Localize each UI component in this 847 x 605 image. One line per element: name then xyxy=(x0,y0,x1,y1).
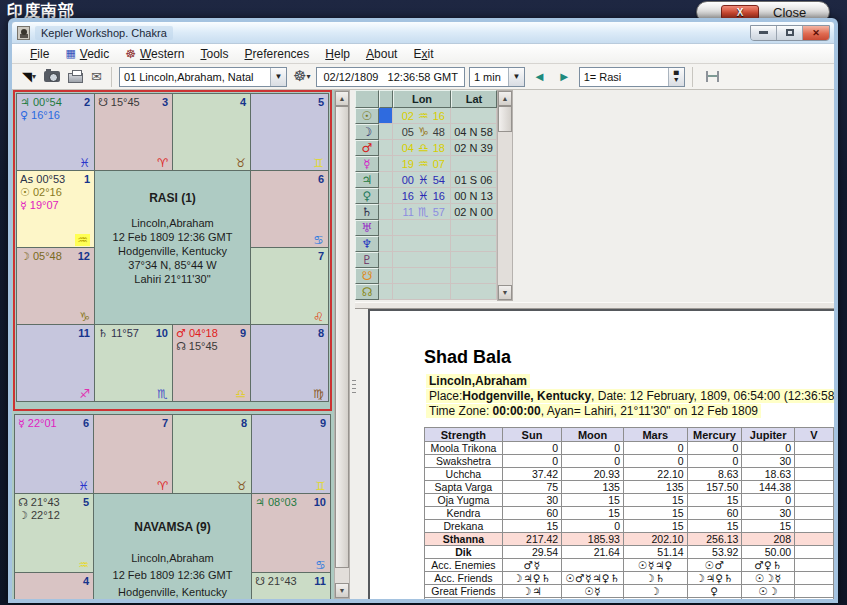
minimize-button[interactable] xyxy=(751,26,777,40)
print-button[interactable] xyxy=(66,67,85,87)
planet-row-pluto: ♇ xyxy=(355,252,497,268)
planet-row-rahu: ☊ xyxy=(355,284,497,300)
value-cell: 20.93 xyxy=(562,468,624,481)
menu-exit[interactable]: Exit xyxy=(405,45,441,63)
menu-tools[interactable]: Tools xyxy=(192,45,236,63)
planet-row-venus: ♀16♓1600 N 13 xyxy=(355,188,497,204)
jupiter-icon[interactable]: ♃ xyxy=(355,172,379,188)
value-cell: 60 xyxy=(502,507,561,520)
chart-info-line: 37°34 N, 85°44 W xyxy=(95,258,250,272)
vertical-splitter[interactable] xyxy=(350,90,355,599)
selection-cursor[interactable] xyxy=(379,108,393,124)
chart-info-line: Hodgenville, Kentucky xyxy=(95,244,250,258)
selection-cell[interactable] xyxy=(379,124,393,140)
pluto-icon[interactable]: ♇ xyxy=(355,252,379,268)
selection-cell[interactable] xyxy=(379,172,393,188)
scroll-down-icon[interactable]: ▼ xyxy=(335,583,349,598)
selection-cell[interactable] xyxy=(379,188,393,204)
scroll-up-icon[interactable]: ▲ xyxy=(335,91,349,106)
selection-cell[interactable] xyxy=(379,268,393,284)
rasi-chart[interactable]: ♃ 00°54♀ 16°162♓☋ 15°453♈4♉5♊As 00°53☉ 0… xyxy=(13,90,332,411)
snapshot-button[interactable] xyxy=(42,67,62,87)
menu-label: About xyxy=(366,47,397,61)
planet-glyph: ♂ xyxy=(176,327,186,340)
lat-value xyxy=(451,108,497,124)
varga-view-select[interactable]: 1= Rasi ▀▼ xyxy=(579,67,685,87)
selection-cell[interactable] xyxy=(379,140,393,156)
navamsa-chart[interactable]: ☿ 22°016♓7♈8♉9♊☊ 21°43☽ 22°125♒♃ 08°0310… xyxy=(13,413,332,599)
lon-value: 05♑48 xyxy=(393,124,451,140)
menu-help[interactable]: Help xyxy=(317,45,358,63)
column-header: Moon xyxy=(562,428,624,442)
rahu-icon[interactable]: ☊ xyxy=(355,284,379,300)
scrollbar-thumb[interactable] xyxy=(498,106,512,132)
value-cell: 30 xyxy=(742,507,795,520)
planet-list: ♂ 04°18☊ 15°45 xyxy=(176,327,218,353)
chart-select[interactable]: 01 Lincoln,Abraham, Natal ▼ xyxy=(119,67,287,87)
selection-cell[interactable] xyxy=(379,204,393,220)
ketu-icon[interactable]: ☋ xyxy=(355,268,379,284)
planet-glyph-cell xyxy=(795,585,834,598)
chevron-down-icon[interactable]: ▼ xyxy=(508,68,524,86)
uranus-icon[interactable]: ♅ xyxy=(355,220,379,236)
house-cell-11: ☋ 21°4311 xyxy=(252,573,330,600)
menu-about[interactable]: About xyxy=(358,45,405,63)
datetime-display[interactable]: 02/12/1809 12:36:58 GMT xyxy=(316,67,465,87)
value-cell xyxy=(795,455,834,468)
draw-tool-button[interactable]: ◥▾ xyxy=(20,67,38,87)
wheel-view-button[interactable]: ☸▾ xyxy=(291,67,312,87)
neptune-icon[interactable]: ♆ xyxy=(355,236,379,252)
step-forward-button[interactable]: ► xyxy=(554,67,575,87)
lat-column-header: Lat xyxy=(451,90,497,108)
scroll-up-icon[interactable]: ▲ xyxy=(498,91,512,106)
selection-cell[interactable] xyxy=(379,252,393,268)
title-bar[interactable]: Kepler Workshop. Chakra ✕ xyxy=(12,22,834,44)
mars-icon[interactable]: ♂ xyxy=(355,140,379,156)
step-back-button[interactable]: ◄ xyxy=(529,67,550,87)
value-cell: 37.42 xyxy=(502,468,561,481)
planet-position: ♀ 16°16 xyxy=(20,109,62,122)
value-cell: 50.00 xyxy=(742,546,795,559)
time-step-select[interactable]: 1 min ▼ xyxy=(469,67,525,87)
selection-cell[interactable] xyxy=(379,236,393,252)
spin-dropdown-icon[interactable]: ▀▼ xyxy=(668,68,684,86)
menu-western[interactable]: ☸Western xyxy=(117,45,192,63)
selection-cell[interactable] xyxy=(379,220,393,236)
planet-list: ♃ 00°54♀ 16°16 xyxy=(20,96,62,122)
house-cell-9: 9♊ xyxy=(252,415,330,493)
scroll-down-icon[interactable]: ▼ xyxy=(498,285,512,300)
table-row: Kendra6015156030 xyxy=(425,507,834,520)
lat-value: 00 N 13 xyxy=(451,188,497,204)
menu-preferences[interactable]: Preferences xyxy=(237,45,318,63)
chart-panel-scrollbar[interactable]: ▲ ▼ xyxy=(334,90,350,599)
close-button[interactable]: ✕ xyxy=(803,26,829,40)
chevron-down-icon[interactable]: ▼ xyxy=(270,68,286,86)
venus-icon[interactable]: ♀ xyxy=(355,188,379,204)
moon-icon[interactable]: ☽ xyxy=(355,124,379,140)
mercury-icon[interactable]: ☿ xyxy=(355,156,379,172)
value-cell: 51.14 xyxy=(623,546,687,559)
menu-vedic[interactable]: ▦Vedic xyxy=(57,45,117,63)
house-number: 8 xyxy=(318,327,324,339)
planet-glyph-cell: ☽♃♀♄ xyxy=(687,572,742,585)
saturn-icon[interactable]: ♄ xyxy=(355,204,379,220)
lat-value xyxy=(451,220,497,236)
email-button[interactable]: ✉ xyxy=(89,67,104,87)
planet-table-scrollbar[interactable]: ▲ ▼ xyxy=(497,90,513,301)
zodiac-sign-icon: ♎ xyxy=(418,141,429,155)
chart-info-line: Lincoln,Abraham xyxy=(94,550,251,567)
value-cell xyxy=(795,507,834,520)
selection-cell[interactable] xyxy=(379,156,393,172)
section-tool-button[interactable] xyxy=(700,67,721,87)
scrollbar-thumb[interactable] xyxy=(335,106,349,568)
maximize-button[interactable] xyxy=(777,26,803,40)
selection-cell[interactable] xyxy=(379,284,393,300)
column-header: Mercury xyxy=(687,428,742,442)
menu-file[interactable]: File xyxy=(22,45,57,63)
chevron-down-icon: ▾ xyxy=(306,72,310,81)
sun-icon[interactable]: ☉ xyxy=(355,108,379,124)
planet-glyph-cell: ♂♀♄ xyxy=(742,559,795,572)
splitter-grip-icon[interactable] xyxy=(352,380,356,395)
planet-glyph: ♃ xyxy=(20,96,30,109)
horizontal-splitter[interactable] xyxy=(353,302,834,309)
